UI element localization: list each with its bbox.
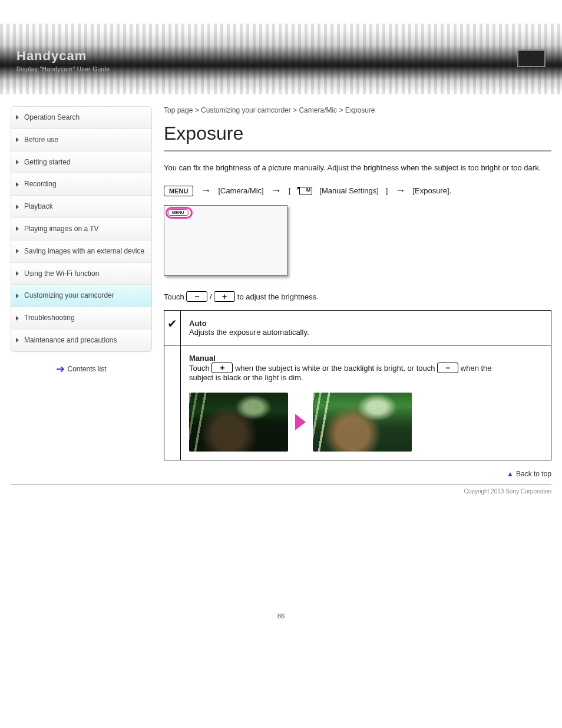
example-image-after bbox=[313, 393, 412, 452]
brand-title: Handycam bbox=[16, 48, 87, 64]
summary-text: Touch − / + to adjust the brightness. bbox=[164, 291, 551, 302]
sidebar-item-operation-search[interactable]: Operation Search bbox=[11, 107, 151, 129]
empty-mark bbox=[164, 345, 181, 460]
minus-icon: − bbox=[437, 363, 458, 373]
page-title: Exposure bbox=[164, 123, 551, 144]
sidebar-item-label: Using the Wi-Fi function bbox=[24, 269, 99, 278]
sidebar-item-customizing[interactable]: Customizing your camcorder bbox=[11, 284, 151, 307]
title-divider bbox=[164, 150, 551, 151]
auto-cell: Auto Adjusts the exposure automatically. bbox=[181, 311, 551, 345]
arrow-right-icon bbox=[295, 414, 306, 430]
back-to-top-link[interactable]: ▲Back to top bbox=[507, 470, 551, 478]
manual-settings-icon bbox=[297, 187, 312, 195]
print-badge[interactable] bbox=[517, 50, 546, 67]
sidebar-item-label: Saving images with an external device bbox=[24, 247, 144, 255]
default-check-icon: ✔ bbox=[164, 311, 181, 345]
sidebar-item-before-use[interactable]: Before use bbox=[11, 129, 151, 151]
menu-step-1: [Camera/Mic] bbox=[218, 186, 263, 195]
breadcrumb: Top page > Customizing your camcorder > … bbox=[164, 106, 551, 114]
auto-desc: Adjusts the exposure automatically. bbox=[189, 328, 309, 337]
manual-line1b: when the subject is white or the backlig… bbox=[235, 364, 437, 373]
sidebar-item-label: Customizing your camcorder bbox=[24, 291, 114, 299]
mini-menu-label: MENU bbox=[168, 209, 189, 216]
footer-divider: ▲Back to top bbox=[11, 484, 551, 485]
sidebar-item-wifi[interactable]: Using the Wi-Fi function bbox=[11, 262, 151, 285]
sidebar-item-label: Operation Search bbox=[24, 113, 80, 121]
menu-button-icon: MENU bbox=[164, 186, 193, 196]
copyright: Copyright 2013 Sony Corporation bbox=[0, 485, 562, 495]
menu-path: MENU → [Camera/Mic] → [ [Manual Settings… bbox=[164, 185, 551, 197]
sidebar-item-label: Before use bbox=[24, 136, 58, 144]
sidebar-item-label: Maintenance and precautions bbox=[24, 336, 117, 344]
example-images bbox=[189, 393, 543, 452]
settings-table: ✔ Auto Adjusts the exposure automaticall… bbox=[164, 310, 551, 460]
arrow-right-icon: → bbox=[200, 185, 211, 197]
sidebar-item-playback[interactable]: Playback bbox=[11, 195, 151, 218]
arrow-right-icon: → bbox=[271, 185, 282, 197]
menu-step-2: [Manual Settings] bbox=[319, 186, 378, 195]
triangle-up-icon: ▲ bbox=[507, 470, 514, 478]
sidebar-item-troubleshooting[interactable]: Troubleshooting bbox=[11, 307, 151, 329]
sidebar-item-playing-tv[interactable]: Playing images on a TV bbox=[11, 218, 151, 240]
back-to-top-label: Back to top bbox=[516, 470, 551, 478]
example-image-before bbox=[189, 393, 288, 452]
manual-line1c: when the bbox=[461, 364, 492, 373]
auto-label: Auto bbox=[189, 319, 207, 328]
contents-label: Contents list bbox=[67, 365, 106, 373]
manual-cell: Manual Touch + when the subject is white… bbox=[181, 345, 551, 460]
menu-step-3: [Exposure]. bbox=[412, 186, 451, 195]
table-row-auto: ✔ Auto Adjusts the exposure automaticall… bbox=[164, 311, 551, 345]
sidebar-item-saving-external[interactable]: Saving images with an external device bbox=[11, 240, 151, 262]
sidebar-item-label: Playing images on a TV bbox=[24, 225, 99, 233]
brand-sub: Display "Handycam" User Guide bbox=[16, 66, 110, 73]
sidebar-item-label: Playback bbox=[24, 202, 53, 210]
page-header: Handycam Display "Handycam" User Guide bbox=[0, 24, 562, 94]
arrow-right-icon: ➔ bbox=[56, 363, 65, 375]
intro-text: You can fix the brightness of a picture … bbox=[164, 162, 551, 174]
sidebar-item-label: Getting started bbox=[24, 158, 71, 166]
plus-icon: + bbox=[211, 363, 233, 373]
page-number: 86 bbox=[0, 612, 562, 620]
contents-list-link[interactable]: ➔Contents list bbox=[11, 363, 152, 375]
arrow-right-icon: → bbox=[395, 185, 405, 197]
sidebar-nav: Operation Search Before use Getting star… bbox=[11, 106, 152, 352]
table-row-manual: Manual Touch + when the subject is white… bbox=[164, 345, 551, 460]
sidebar-item-maintenance[interactable]: Maintenance and precautions bbox=[11, 329, 151, 351]
manual-label: Manual bbox=[189, 354, 216, 363]
sidebar-item-recording[interactable]: Recording bbox=[11, 173, 151, 195]
sidebar-item-label: Recording bbox=[24, 180, 57, 188]
manual-line2: subject is black or the light is dim. bbox=[189, 373, 303, 382]
sidebar-item-label: Troubleshooting bbox=[24, 314, 75, 322]
minus-icon: − bbox=[186, 291, 207, 302]
plus-icon: + bbox=[214, 291, 235, 302]
ui-screenshot-frame: MENU bbox=[164, 205, 287, 276]
sidebar-item-getting-started[interactable]: Getting started bbox=[11, 151, 151, 173]
manual-line1a: Touch bbox=[189, 364, 211, 373]
